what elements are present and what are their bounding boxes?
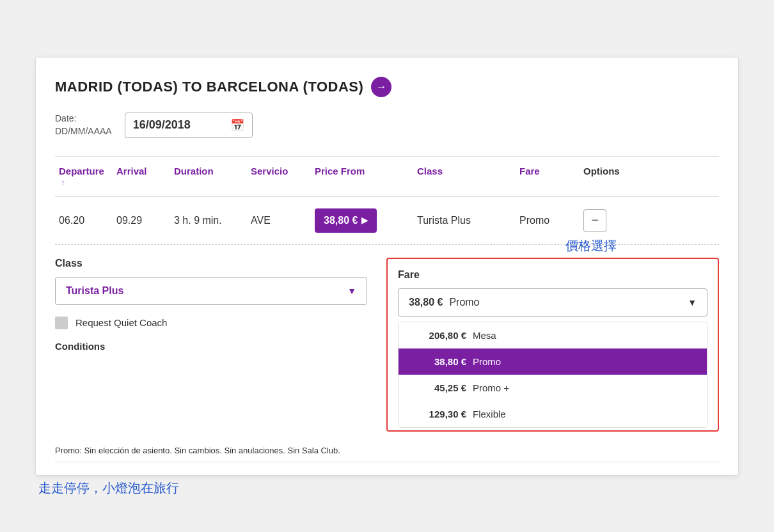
quiet-coach-row: Request Quiet Coach xyxy=(55,317,367,329)
expanded-inner: Class Turista Plus ▼ Request Quiet Coach… xyxy=(55,258,719,438)
fare-opt-price: 45,25 € xyxy=(409,382,466,393)
th-departure[interactable]: Departure ↑ xyxy=(55,163,113,190)
class-section-label: Class xyxy=(55,258,367,269)
route-header: MADRID (TODAS) TO BARCELONA (TODAS) → xyxy=(55,77,719,97)
table-header: Departure ↑ Arrival Duration Servicio Pr… xyxy=(55,156,719,197)
quiet-coach-checkbox[interactable] xyxy=(55,317,68,329)
class-section: Class Turista Plus ▼ Request Quiet Coach… xyxy=(55,258,367,352)
fare-opt-name: Flexible xyxy=(473,409,506,419)
date-value: 16/09/2018 xyxy=(133,118,224,132)
fare-option[interactable]: 38,80 €Promo xyxy=(399,348,707,375)
route-arrow-icon: → xyxy=(371,77,391,97)
main-card: MADRID (TODAS) TO BARCELONA (TODAS) → Da… xyxy=(35,57,739,476)
train-class: Turista Plus xyxy=(413,215,516,226)
price-button[interactable]: 38,80 € ▶ xyxy=(315,208,377,233)
fare-option[interactable]: 206,80 €Mesa xyxy=(399,322,707,348)
expanded-section: 價格選擇 Class Turista Plus ▼ Request Quiet … xyxy=(55,245,719,462)
quiet-coach-label: Request Quiet Coach xyxy=(75,317,167,328)
train-departure: 06.20 xyxy=(55,215,113,226)
conditions-label: Conditions xyxy=(55,341,367,352)
fare-select[interactable]: 38,80 € Promo ▼ xyxy=(398,288,707,317)
sort-arrow-icon: ↑ xyxy=(61,178,65,187)
th-arrival[interactable]: Arrival xyxy=(113,163,170,190)
calendar-icon: 📅 xyxy=(230,118,244,132)
fare-selected-name: Promo xyxy=(449,297,688,308)
train-duration: 3 h. 9 min. xyxy=(170,215,247,226)
fare-dropdown: 206,80 €Mesa38,80 €Promo45,25 €Promo +12… xyxy=(398,322,707,428)
date-row: Date: DD/MM/AAAA 16/09/2018 📅 xyxy=(55,113,719,138)
fare-section: Fare 38,80 € Promo ▼ 206,80 €Mesa38,80 €… xyxy=(386,258,719,432)
fare-dropdown-arrow-icon: ▼ xyxy=(688,297,697,308)
fare-option[interactable]: 45,25 €Promo + xyxy=(399,375,707,401)
fare-option[interactable]: 129,30 €Flexible xyxy=(399,401,707,427)
watermark: 走走停停，小燈泡在旅行 xyxy=(38,480,179,497)
train-servicio: AVE xyxy=(247,215,311,226)
price-arrow-icon: ▶ xyxy=(361,215,368,225)
th-price-from[interactable]: Price From xyxy=(311,163,413,190)
expanded-annotation: 價格選擇 xyxy=(565,237,617,254)
th-servicio[interactable]: Servicio xyxy=(247,163,311,190)
th-fare[interactable]: Fare xyxy=(516,163,580,190)
fare-opt-name: Promo xyxy=(473,356,501,367)
route-title: MADRID (TODAS) TO BARCELONA (TODAS) xyxy=(55,79,363,95)
th-duration[interactable]: Duration xyxy=(170,163,247,190)
fare-opt-price: 206,80 € xyxy=(409,330,466,341)
train-arrival: 09.29 xyxy=(113,215,170,226)
fare-opt-name: Promo + xyxy=(473,382,509,393)
class-select-value: Turista Plus xyxy=(66,285,347,297)
class-dropdown-arrow-icon: ▼ xyxy=(347,286,356,296)
conditions-text: Promo: Sin elección de asiento. Sin camb… xyxy=(55,446,719,462)
fare-selected-price: 38,80 € xyxy=(409,297,443,308)
train-row: 06.20 09.29 3 h. 9 min. AVE 38,80 € ▶ Tu… xyxy=(55,197,719,245)
collapse-button[interactable]: − xyxy=(583,209,606,232)
fare-opt-price: 129,30 € xyxy=(409,409,466,419)
fare-section-label: Fare xyxy=(398,269,707,281)
th-options: Options xyxy=(580,163,644,190)
date-input[interactable]: 16/09/2018 📅 xyxy=(125,113,253,138)
train-price-cell: 38,80 € ▶ xyxy=(311,208,413,233)
th-class[interactable]: Class xyxy=(413,163,516,190)
class-select[interactable]: Turista Plus ▼ xyxy=(55,277,367,305)
train-options-cell: − xyxy=(580,209,644,232)
date-label: Date: DD/MM/AAAA xyxy=(55,113,112,137)
train-fare: Promo xyxy=(516,215,580,226)
fare-opt-name: Mesa xyxy=(473,330,496,341)
fare-opt-price: 38,80 € xyxy=(409,356,466,367)
